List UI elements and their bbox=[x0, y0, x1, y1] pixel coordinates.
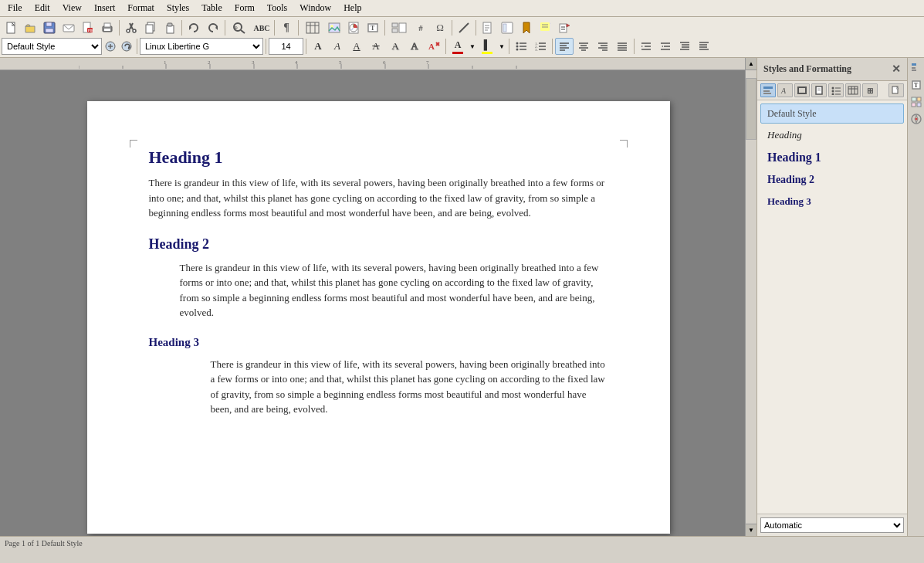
open-button[interactable] bbox=[21, 19, 39, 36]
redo-button[interactable] bbox=[204, 19, 222, 36]
paste-button[interactable] bbox=[161, 19, 179, 36]
menu-form[interactable]: Form bbox=[228, 1, 261, 15]
ordered-list-button[interactable]: 1.2.3. bbox=[531, 38, 550, 55]
svg-point-151 bbox=[915, 118, 917, 120]
menu-window[interactable]: Window bbox=[293, 1, 337, 15]
char-styles-button[interactable]: A bbox=[777, 83, 793, 97]
find-replace-button[interactable]: ⊕ bbox=[228, 19, 251, 36]
clear-format-button[interactable]: A bbox=[425, 38, 443, 55]
toolbar-row-2: Default Style Heading 1 Heading 2 Headin… bbox=[2, 37, 922, 56]
highlight-color-button[interactable]: ▌ bbox=[478, 38, 496, 55]
toggle-formatting-marks[interactable]: ¶ bbox=[277, 19, 296, 36]
para-3[interactable]: There is grandeur in this view of life, … bbox=[211, 357, 608, 417]
bold-button[interactable]: A bbox=[309, 38, 327, 55]
heading-3[interactable]: Heading 3 bbox=[149, 336, 608, 349]
decrease-indent-button[interactable] bbox=[656, 38, 675, 55]
doc-navigator-button[interactable] bbox=[498, 19, 516, 36]
navigator-button[interactable] bbox=[909, 112, 923, 126]
justify-button[interactable] bbox=[613, 38, 631, 55]
vertical-scrollbar[interactable]: ▲ ▼ bbox=[745, 58, 756, 536]
menu-styles[interactable]: Styles bbox=[161, 1, 195, 15]
underline-button[interactable]: A bbox=[347, 38, 366, 55]
page-styles-button[interactable] bbox=[811, 83, 827, 97]
unordered-list-button[interactable] bbox=[512, 38, 530, 55]
align-right-button[interactable] bbox=[594, 38, 612, 55]
track-changes-button[interactable] bbox=[556, 19, 574, 36]
all-styles-button[interactable]: ⊞ bbox=[862, 83, 878, 97]
indent-button-3[interactable] bbox=[675, 38, 694, 55]
align-center-button[interactable] bbox=[574, 38, 593, 55]
insert-chart-button[interactable] bbox=[344, 19, 363, 36]
menu-view[interactable]: View bbox=[56, 1, 88, 15]
style-item-default[interactable]: Default Style bbox=[760, 103, 904, 124]
font-size-input[interactable] bbox=[269, 38, 303, 55]
new-style-button[interactable] bbox=[103, 38, 118, 55]
new-button[interactable] bbox=[2, 19, 20, 36]
special-char-button[interactable]: Ω bbox=[431, 19, 449, 36]
heading-2[interactable]: Heading 2 bbox=[149, 236, 608, 253]
font-name-select[interactable]: Linux Libertine G Arial Times New Roman bbox=[140, 38, 263, 55]
align-left-button[interactable] bbox=[555, 38, 574, 55]
para-styles-button[interactable] bbox=[760, 83, 776, 97]
insert-image-button[interactable] bbox=[325, 19, 344, 36]
page-content[interactable]: Heading 1 There is grandeur in this view… bbox=[149, 148, 608, 417]
paragraph-style-select[interactable]: Default Style Heading 1 Heading 2 Headin… bbox=[2, 38, 102, 55]
new-doc-icon[interactable] bbox=[888, 83, 904, 97]
menu-format[interactable]: Format bbox=[121, 1, 161, 15]
styles-filter-select[interactable]: Automatic All Styles Applied Styles bbox=[760, 517, 904, 533]
increase-indent-button[interactable] bbox=[637, 38, 655, 55]
scroll-down-button[interactable]: ▼ bbox=[746, 524, 756, 536]
styles-panel-toggle[interactable] bbox=[909, 61, 923, 75]
para-2[interactable]: There is grandeur in this view of life, … bbox=[180, 260, 608, 321]
shadow-button[interactable]: A bbox=[386, 38, 404, 55]
undo-button[interactable] bbox=[184, 19, 203, 36]
copy-button[interactable] bbox=[141, 19, 160, 36]
font-color-button[interactable]: A bbox=[448, 38, 467, 55]
italic-button[interactable]: A bbox=[328, 38, 347, 55]
style-item-heading1[interactable]: Heading 1 bbox=[760, 147, 904, 168]
style-item-heading[interactable]: Heading bbox=[760, 125, 904, 145]
insert-textbox-button[interactable]: T bbox=[364, 19, 382, 36]
para-1[interactable]: There is grandeur in this view of life, … bbox=[149, 175, 608, 221]
strikethrough-button[interactable]: A bbox=[367, 38, 385, 55]
print-button[interactable] bbox=[98, 19, 117, 36]
frame-styles-button[interactable] bbox=[794, 83, 810, 97]
insert-fields-button[interactable] bbox=[388, 19, 411, 36]
menu-insert[interactable]: Insert bbox=[88, 1, 121, 15]
insert-note-button[interactable] bbox=[536, 19, 555, 36]
gallery-button[interactable] bbox=[909, 95, 923, 109]
styles-panel-header: Styles and Formatting ✕ bbox=[757, 58, 907, 81]
highlight-color-dropdown[interactable]: ▼ bbox=[497, 38, 506, 55]
endnote-button[interactable]: # bbox=[411, 19, 430, 36]
insert-table-button[interactable] bbox=[301, 19, 324, 36]
list-styles-button[interactable] bbox=[828, 83, 844, 97]
spellcheck-button[interactable]: ABC bbox=[252, 19, 272, 36]
document-page[interactable]: Heading 1 There is grandeur in this view… bbox=[87, 101, 670, 534]
menu-help[interactable]: Help bbox=[337, 1, 367, 15]
font-color-dropdown[interactable]: ▼ bbox=[468, 38, 477, 55]
insert-line-button[interactable] bbox=[455, 19, 473, 36]
menu-edit[interactable]: Edit bbox=[29, 1, 56, 15]
email-button[interactable] bbox=[59, 19, 78, 36]
menu-tools[interactable]: Tools bbox=[261, 1, 294, 15]
cut-button[interactable] bbox=[122, 19, 140, 36]
close-panel-button[interactable]: ✕ bbox=[892, 63, 901, 76]
heading-1[interactable]: Heading 1 bbox=[149, 148, 608, 168]
doc-scroll-area[interactable]: 1 2 3 4 5 6 7 bbox=[12, 58, 745, 536]
export-pdf-button[interactable]: PDF bbox=[79, 19, 97, 36]
scroll-up-button[interactable]: ▲ bbox=[746, 58, 756, 70]
menu-table[interactable]: Table bbox=[195, 1, 228, 15]
save-button[interactable] bbox=[40, 19, 59, 36]
scroll-thumb[interactable] bbox=[746, 78, 756, 140]
outline-button[interactable]: A bbox=[405, 38, 424, 55]
bookmark-button[interactable] bbox=[517, 19, 536, 36]
menu-file[interactable]: File bbox=[2, 1, 29, 15]
update-style-button[interactable] bbox=[119, 38, 134, 55]
bibliography-button[interactable] bbox=[479, 19, 497, 36]
table-styles-button[interactable] bbox=[845, 83, 861, 97]
outdent-button-3[interactable] bbox=[695, 38, 713, 55]
style-item-heading2[interactable]: Heading 2 bbox=[760, 170, 904, 190]
style-item-label: Default Style bbox=[767, 108, 817, 119]
text-mode-button[interactable]: T bbox=[909, 78, 923, 92]
style-item-heading3[interactable]: Heading 3 bbox=[760, 192, 904, 212]
